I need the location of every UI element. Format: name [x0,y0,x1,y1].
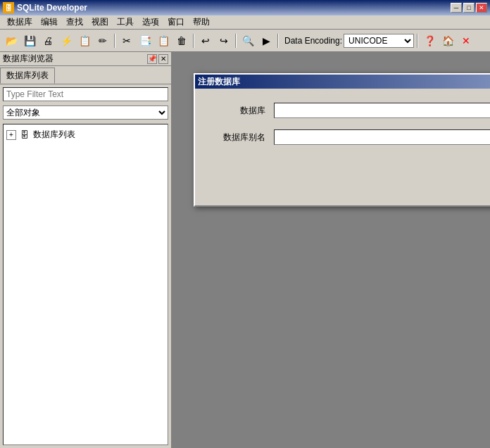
register-db-dialog: 注册数据库 ✕ 数据库 📂 数据库别名 [194,73,490,207]
dialog-title: 注册数据库 [198,76,240,88]
toolbar-sep3 [235,34,237,48]
toolbar-redo[interactable]: ↪ [215,32,232,49]
modal-overlay: 注册数据库 ✕ 数据库 📂 数据库别名 [172,52,490,448]
toolbar-help[interactable]: ❓ [421,32,438,49]
toolbar-paste[interactable]: 📋 [155,32,172,49]
menu-bar: 数据库 编辑 查找 视图 工具 选项 窗口 帮助 [0,15,490,30]
dialog-titlebar: 注册数据库 ✕ [195,75,490,89]
toolbar-sep4 [277,34,279,48]
panel-title: 数据库浏览器 [3,53,147,65]
dialog-db-input[interactable] [276,105,490,115]
tree-item-db-list[interactable]: + 🗄 数据库列表 [6,127,165,142]
minimize-button[interactable]: ─ [451,3,462,13]
toolbar-save[interactable]: 💾 [21,32,38,49]
tree-db-icon: 🗄 [19,129,30,141]
close-button[interactable]: ✕ [476,3,487,13]
menu-item-window[interactable]: 窗口 [163,15,189,30]
dialog-label-db: 数据库 [216,105,265,117]
toolbar-sep5 [417,34,418,48]
toolbar-home[interactable]: 🏠 [439,32,456,49]
menu-item-tools[interactable]: 工具 [113,15,138,30]
dialog-footer: 确定 取消 [195,170,490,205]
menu-item-options[interactable]: 选项 [138,15,163,30]
menu-item-db[interactable]: 数据库 [3,15,37,30]
dialog-input-wrap-db: 📂 [274,103,490,118]
panel-pin-button[interactable]: 📌 [147,54,157,64]
title-controls: ─ □ ✕ [451,3,487,13]
left-panel: 数据库浏览器 📌 ✕ 数据库列表 全部对象 表 视图 索引 触发器 + 🗄 数据… [0,52,172,448]
dialog-alias-input[interactable] [274,129,490,145]
panel-close-button[interactable]: ✕ [158,54,168,64]
toolbar-copy2[interactable]: 📑 [137,32,153,49]
toolbar-edit[interactable]: ✏ [94,32,111,49]
encoding-label: Data Encoding: [284,36,342,46]
toolbar-undo[interactable]: ↩ [197,32,214,49]
maximize-button[interactable]: □ [463,3,475,13]
toolbar-close-red[interactable]: ✕ [458,32,475,49]
toolbar-exec[interactable]: ▶ [258,32,275,49]
encoding-select[interactable]: UNICODE UTF-8 ASCII [344,34,414,48]
dialog-row-alias: 数据库别名 [216,129,490,145]
toolbar-copy[interactable]: 📋 [76,32,93,49]
object-type-select[interactable]: 全部对象 表 视图 索引 触发器 [3,105,168,120]
toolbar-sep2 [193,34,194,48]
tree-expand-icon[interactable]: + [6,130,16,140]
menu-item-edit[interactable]: 编辑 [37,15,62,30]
dialog-body: 数据库 📂 数据库别名 [195,89,490,170]
dialog-label-alias: 数据库别名 [216,132,265,143]
dialog-row-db: 数据库 📂 [216,103,490,118]
tree-area: + 🗄 数据库列表 [3,124,168,445]
toolbar-cut[interactable]: ✂ [118,32,135,49]
tabs-row: 数据库列表 [0,66,171,84]
app-icon: 🗄 [3,2,14,13]
menu-item-find[interactable]: 查找 [62,15,87,30]
toolbar-run[interactable]: ⚡ [58,32,75,49]
right-panel: 注册数据库 ✕ 数据库 📂 数据库别名 [172,52,490,448]
toolbar-delete[interactable]: 🗑 [173,32,190,49]
panel-header: 数据库浏览器 📌 ✕ [0,52,171,66]
toolbar-search[interactable]: 🔍 [239,32,256,49]
toolbar-sep1 [114,34,115,48]
menu-item-help[interactable]: 帮助 [189,15,214,30]
toolbar-print[interactable]: 🖨 [39,32,56,49]
object-type-row: 全部对象 表 视图 索引 触发器 [3,105,168,120]
toolbar: 📂 💾 🖨 ⚡ 📋 ✏ ✂ 📑 📋 🗑 ↩ ↪ 🔍 ▶ Data Encodin… [0,30,490,52]
tab-db-list[interactable]: 数据库列表 [0,68,55,84]
title-bar: 🗄 SQLite Developer ─ □ ✕ [0,0,490,15]
tree-item-label: 数据库列表 [33,129,75,141]
filter-input[interactable] [3,87,168,101]
menu-item-view[interactable]: 视图 [87,15,113,30]
main-layout: 数据库浏览器 📌 ✕ 数据库列表 全部对象 表 视图 索引 触发器 + 🗄 数据… [0,52,490,448]
toolbar-new[interactable]: 📂 [3,32,20,49]
app-title: SQLite Developer [17,3,87,13]
